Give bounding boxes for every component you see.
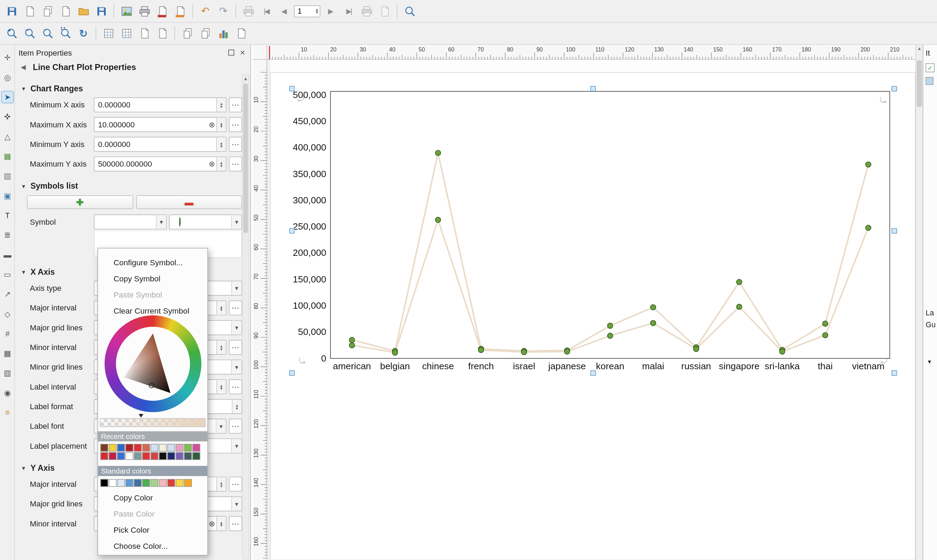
data-defined-override-button[interactable]: ⋯ (229, 379, 242, 394)
color-swatch[interactable] (167, 452, 175, 460)
max-y-input[interactable]: 500000.000000 ⊗ ▲▼ (94, 157, 227, 171)
color-wheel[interactable] (105, 315, 201, 412)
zoom-in-button[interactable]: + (3, 26, 20, 42)
chart-item[interactable]: 050,000100,000150,000200,000250,000300,0… (292, 89, 895, 374)
close-panel-icon[interactable]: ✕ (239, 48, 247, 57)
remove-symbol-button[interactable]: ▬ (136, 195, 242, 209)
edit-nodes-tool-icon[interactable]: △ (1, 130, 14, 143)
add-marker-tool-icon[interactable]: ◉ (1, 386, 14, 399)
min-x-input[interactable]: 0.000000 ▲▼ (94, 97, 227, 112)
item-options-button[interactable] (233, 26, 249, 42)
color-swatch[interactable] (117, 479, 125, 487)
opacity-slider[interactable] (100, 418, 205, 427)
add-attribute-table-tool-icon[interactable]: ▦ (1, 347, 14, 360)
atlas-export-button[interactable] (376, 3, 393, 19)
float-panel-icon[interactable] (227, 48, 236, 57)
clear-value-icon[interactable]: ⊗ (209, 160, 215, 169)
section-symbols-list[interactable]: ▼ Symbols list (21, 182, 250, 191)
color-swatch[interactable] (176, 444, 183, 451)
color-swatch[interactable] (193, 452, 200, 460)
color-swatch[interactable] (142, 479, 150, 487)
color-swatch[interactable] (167, 444, 175, 451)
save-template-button[interactable] (93, 3, 109, 19)
resize-handle-bottom-center[interactable] (590, 370, 596, 375)
color-swatch[interactable] (167, 479, 175, 487)
marker-symbol-dropdown[interactable]: ▼ (169, 215, 242, 229)
layout-manager-button[interactable] (57, 3, 74, 19)
color-swatch[interactable] (117, 444, 125, 451)
clear-value-icon[interactable]: ⊗ (209, 519, 215, 528)
snap-to-grid-button[interactable] (118, 26, 134, 42)
menu-item-configure-symbol[interactable]: Configure Symbol... (98, 254, 207, 271)
spin-arrows[interactable]: ▲▼ (216, 98, 226, 112)
item-visibility-checkbox[interactable]: ✓ (926, 63, 935, 72)
section-chart-ranges[interactable]: ▼ Chart Ranges (21, 85, 250, 94)
resize-handle-top-center[interactable] (590, 86, 596, 91)
show-guides-button[interactable] (136, 26, 152, 42)
add-node-item-tool-icon[interactable]: ◇ (1, 308, 14, 320)
new-layout-button[interactable] (22, 3, 37, 19)
color-cursor-icon[interactable] (148, 383, 154, 388)
add-fixed-table-tool-icon[interactable]: ▥ (1, 367, 14, 379)
data-defined-override-button[interactable]: ⋯ (229, 477, 242, 492)
resize-handle-middle-left[interactable] (289, 228, 294, 234)
print-button[interactable] (136, 3, 152, 19)
export-svg-button[interactable] (172, 3, 188, 19)
back-button[interactable]: ◀ (18, 62, 28, 71)
add-label-tool-icon[interactable]: T (1, 209, 14, 222)
color-swatch[interactable] (100, 479, 108, 487)
color-swatch[interactable] (117, 452, 125, 460)
color-swatch[interactable] (109, 479, 117, 487)
color-swatch[interactable] (151, 444, 158, 451)
color-swatch[interactable] (134, 479, 142, 487)
data-defined-override-button[interactable]: ⋯ (229, 137, 242, 152)
color-swatch[interactable] (100, 444, 108, 451)
color-swatch[interactable] (159, 444, 166, 451)
resize-handle-bottom-left[interactable] (289, 370, 294, 375)
color-swatch[interactable] (125, 452, 133, 460)
panel-scrollbar[interactable]: ▲ (242, 75, 249, 559)
menu-item-pick-color[interactable]: Pick Color (98, 522, 207, 538)
atlas-first-button[interactable]: |◀ (258, 3, 274, 19)
menu-item-copy-color[interactable]: Copy Color (98, 490, 207, 506)
min-y-input[interactable]: 0.000000 ▲▼ (94, 137, 227, 152)
color-swatch[interactable] (184, 479, 192, 487)
color-swatch[interactable] (176, 479, 183, 487)
zoom-region-button[interactable] (402, 3, 418, 19)
plot-item-button[interactable] (215, 26, 231, 42)
undo-button[interactable]: ↶ (197, 3, 213, 19)
pan-tool-icon[interactable]: ✛ (1, 51, 14, 64)
color-swatch[interactable] (184, 444, 192, 451)
spin-arrows[interactable]: ▲▼ (216, 157, 226, 171)
resize-handle-bottom-right[interactable] (891, 370, 897, 375)
color-swatch[interactable] (159, 479, 166, 487)
zoom-tool-icon[interactable]: ◎ (1, 71, 14, 84)
opacity-slider-handle[interactable] (139, 414, 143, 418)
data-defined-override-button[interactable]: ⋯ (229, 340, 242, 355)
snap-to-guides-button[interactable] (154, 26, 170, 42)
color-swatch[interactable] (125, 444, 133, 451)
data-defined-override-button[interactable]: ⋯ (229, 300, 242, 315)
rotate-handle-icon[interactable]: ⤾ (881, 357, 888, 366)
export-pdf-button[interactable] (154, 3, 170, 19)
add-html-tool-icon[interactable]: # (1, 327, 14, 340)
add-map-tool-icon[interactable]: ▦ (1, 150, 14, 162)
scroll-up-icon[interactable]: ▲ (243, 75, 249, 82)
select-move-item-tool-icon[interactable]: ➤ (1, 91, 14, 103)
resize-handle-top-right[interactable] (891, 86, 897, 91)
rotate-handle-icon[interactable]: ⤿ (880, 95, 886, 105)
refresh-button[interactable]: ↻ (75, 26, 91, 42)
color-swatch[interactable] (184, 452, 192, 460)
zoom-actual-button[interactable]: 1:1 (57, 26, 74, 42)
zoom-out-button[interactable]: − (22, 26, 37, 42)
zoom-full-button[interactable]: ↔ (40, 26, 55, 42)
add-3d-map-tool-icon[interactable]: ▧ (1, 170, 14, 182)
scroll-up-icon[interactable]: ▲ (916, 45, 923, 52)
add-shape-tool-icon[interactable]: ▭ (1, 268, 14, 281)
export-image-button[interactable] (118, 3, 134, 19)
color-swatch[interactable] (193, 444, 200, 451)
menu-item-choose-color[interactable]: Choose Color... (98, 538, 207, 554)
color-swatch[interactable] (125, 479, 133, 487)
data-defined-override-button[interactable]: ⋯ (229, 157, 242, 171)
page-number-spinner[interactable]: ▲▼ (313, 5, 321, 17)
